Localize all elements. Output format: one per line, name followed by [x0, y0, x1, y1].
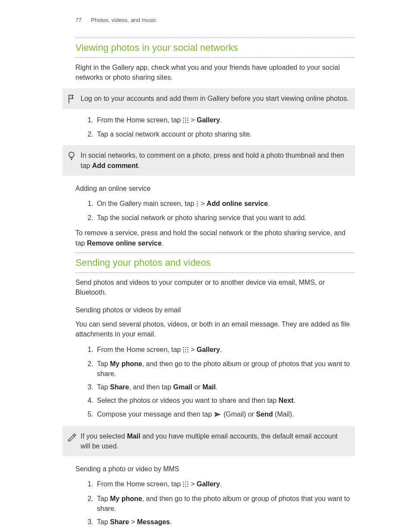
apps-grid-icon [183, 116, 189, 126]
intro-paragraph: Right in the Gallery app, check what you… [75, 62, 355, 82]
svg-rect-19 [183, 352, 184, 352]
svg-rect-6 [183, 122, 184, 123]
svg-rect-24 [187, 482, 188, 482]
svg-point-9 [69, 152, 74, 157]
callout-text: If you selected Mail and you have multip… [81, 431, 349, 451]
svg-rect-26 [185, 484, 186, 485]
apps-grid-icon [183, 345, 189, 355]
svg-rect-13 [183, 347, 184, 348]
email-intro: You can send several photos, videos, or … [75, 319, 355, 339]
step-item: Tap Share > Messages. [95, 517, 355, 527]
apps-grid-icon [183, 480, 189, 490]
step-item: Select the photos or videos you want to … [95, 395, 355, 405]
svg-rect-12 [197, 205, 198, 206]
step-item: Tap My phone, and then go to the photo a… [95, 359, 355, 379]
overflow-menu-icon [196, 199, 199, 209]
callout-prerequisite: Log on to your accounts and add them in … [62, 88, 355, 109]
svg-rect-27 [187, 484, 188, 485]
svg-rect-28 [183, 486, 184, 487]
svg-rect-14 [185, 347, 186, 348]
intro-paragraph: Send photos and videos to your computer … [75, 277, 355, 297]
callout-text: Log on to your accounts and add them in … [81, 93, 349, 103]
svg-rect-15 [187, 347, 188, 348]
page-number: 77 [75, 17, 81, 23]
svg-rect-21 [187, 352, 188, 352]
svg-rect-5 [187, 120, 188, 121]
sub-heading-mms: Sending a photo or video by MMS [75, 464, 355, 474]
sub-heading-email: Sending photos or videos by email [75, 305, 355, 315]
svg-rect-1 [185, 118, 186, 118]
lightbulb-icon [62, 150, 81, 161]
svg-rect-20 [185, 352, 186, 352]
steps-list-email: From the Home screen, tap > Gallery. Tap… [75, 345, 355, 420]
svg-rect-11 [197, 203, 198, 204]
page-header: 77 Photos, videos, and music [75, 16, 355, 25]
remove-service-paragraph: To remove a service, press and hold the … [75, 228, 355, 248]
flag-icon [62, 93, 81, 104]
step-item: Tap the social network or photo sharing … [95, 213, 355, 223]
gallery-label: Gallery [196, 116, 220, 124]
step-item: From the Home screen, tap > Gallery. [95, 479, 355, 490]
step-item: On the Gallery main screen, tap > Add on… [95, 199, 355, 209]
steps-list-add-service: On the Gallery main screen, tap > Add on… [75, 199, 355, 223]
sub-heading-adding-service: Adding an online service [75, 184, 355, 193]
document-page: 77 Photos, videos, and music Viewing pho… [0, 0, 411, 532]
svg-rect-16 [183, 349, 184, 350]
svg-rect-30 [187, 486, 188, 487]
divider [75, 272, 355, 273]
callout-note: If you selected Mail and you have multip… [62, 426, 355, 456]
divider [75, 252, 355, 253]
callout-text: In social networks, to comment on a phot… [81, 150, 349, 170]
callout-tip: In social networks, to comment on a phot… [62, 145, 355, 175]
pen-icon [62, 431, 81, 442]
step-item: From the Home screen, tap > Gallery. [95, 115, 355, 126]
svg-rect-2 [187, 118, 188, 118]
divider [75, 37, 355, 38]
svg-rect-17 [185, 349, 186, 350]
svg-rect-22 [183, 482, 184, 482]
svg-rect-29 [185, 486, 186, 487]
section-heading-sending: Sending your photos and videos [75, 256, 355, 270]
svg-rect-8 [187, 122, 188, 123]
section-heading-viewing: Viewing photos in your social networks [75, 41, 355, 55]
breadcrumb: Photos, videos, and music [91, 17, 156, 23]
send-icon [214, 410, 221, 420]
step-item: Tap Share, and then tap Gmail or Mail. [95, 382, 355, 392]
svg-rect-10 [197, 201, 198, 202]
steps-list-mms: From the Home screen, tap > Gallery. Tap… [75, 479, 355, 527]
svg-rect-0 [183, 118, 184, 118]
svg-rect-25 [183, 484, 184, 485]
svg-rect-23 [185, 482, 186, 482]
step-item: From the Home screen, tap > Gallery. [95, 345, 355, 355]
steps-list-social: From the Home screen, tap > Gallery. Tap… [75, 115, 355, 139]
step-item: Tap a social network account or photo sh… [95, 129, 355, 139]
step-item: Tap My phone, and then go to the photo a… [95, 494, 355, 513]
svg-rect-7 [185, 122, 186, 123]
svg-rect-4 [185, 120, 186, 121]
svg-rect-18 [187, 349, 188, 350]
divider [75, 57, 355, 58]
step-item: Compose your message and then tap (Gmail… [95, 409, 355, 420]
svg-rect-3 [183, 120, 184, 121]
